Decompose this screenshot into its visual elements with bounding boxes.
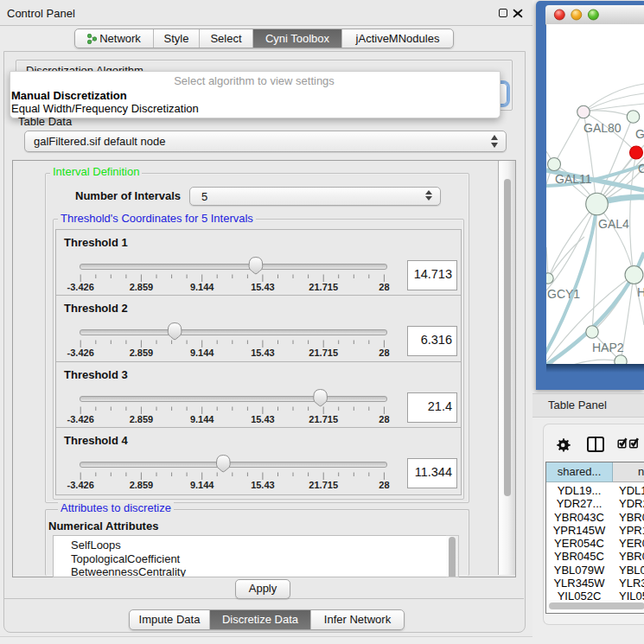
svg-text:GA: GA [635, 127, 644, 141]
svg-text:GAL80: GAL80 [583, 121, 622, 135]
svg-text:H: H [637, 285, 644, 299]
svg-text:GCY1: GCY1 [547, 287, 580, 301]
svg-text:GAL4: GAL4 [598, 217, 629, 231]
svg-text:GAL11: GAL11 [555, 172, 592, 186]
svg-text:C: C [638, 162, 644, 175]
svg-text:HAP2: HAP2 [592, 341, 624, 354]
